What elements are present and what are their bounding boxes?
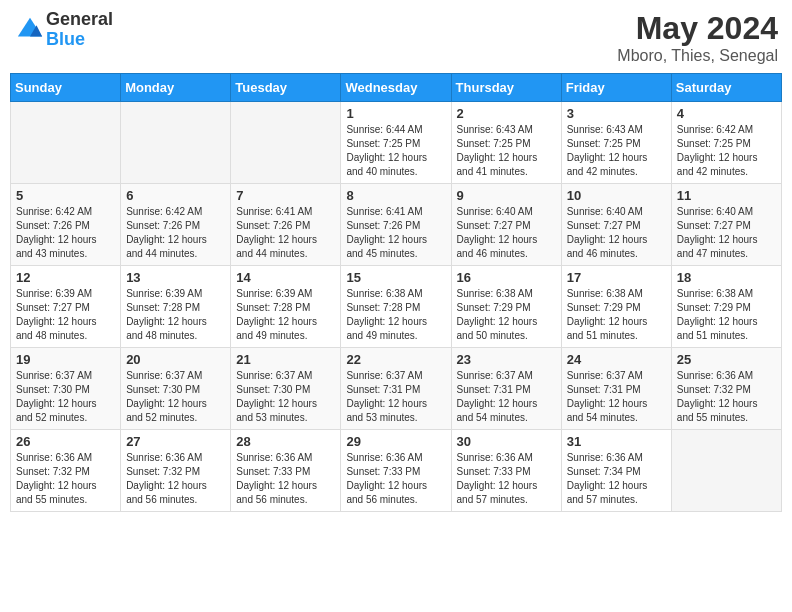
calendar-cell: 16Sunrise: 6:38 AM Sunset: 7:29 PM Dayli… <box>451 266 561 348</box>
day-info: Sunrise: 6:36 AM Sunset: 7:33 PM Dayligh… <box>346 451 445 507</box>
day-header-saturday: Saturday <box>671 74 781 102</box>
calendar-cell: 18Sunrise: 6:38 AM Sunset: 7:29 PM Dayli… <box>671 266 781 348</box>
day-number: 8 <box>346 188 445 203</box>
day-number: 27 <box>126 434 225 449</box>
day-info: Sunrise: 6:37 AM Sunset: 7:31 PM Dayligh… <box>567 369 666 425</box>
day-info: Sunrise: 6:36 AM Sunset: 7:34 PM Dayligh… <box>567 451 666 507</box>
day-number: 16 <box>457 270 556 285</box>
day-info: Sunrise: 6:36 AM Sunset: 7:32 PM Dayligh… <box>677 369 776 425</box>
day-info: Sunrise: 6:42 AM Sunset: 7:25 PM Dayligh… <box>677 123 776 179</box>
month-year-title: May 2024 <box>617 10 778 47</box>
calendar-cell: 27Sunrise: 6:36 AM Sunset: 7:32 PM Dayli… <box>121 430 231 512</box>
day-info: Sunrise: 6:43 AM Sunset: 7:25 PM Dayligh… <box>567 123 666 179</box>
day-number: 1 <box>346 106 445 121</box>
day-number: 9 <box>457 188 556 203</box>
day-info: Sunrise: 6:36 AM Sunset: 7:32 PM Dayligh… <box>126 451 225 507</box>
day-info: Sunrise: 6:36 AM Sunset: 7:32 PM Dayligh… <box>16 451 115 507</box>
day-number: 3 <box>567 106 666 121</box>
day-info: Sunrise: 6:38 AM Sunset: 7:29 PM Dayligh… <box>677 287 776 343</box>
calendar-cell: 30Sunrise: 6:36 AM Sunset: 7:33 PM Dayli… <box>451 430 561 512</box>
day-number: 7 <box>236 188 335 203</box>
day-number: 12 <box>16 270 115 285</box>
calendar-table: SundayMondayTuesdayWednesdayThursdayFrid… <box>10 73 782 512</box>
calendar-cell: 11Sunrise: 6:40 AM Sunset: 7:27 PM Dayli… <box>671 184 781 266</box>
calendar-header-row: SundayMondayTuesdayWednesdayThursdayFrid… <box>11 74 782 102</box>
calendar-cell: 8Sunrise: 6:41 AM Sunset: 7:26 PM Daylig… <box>341 184 451 266</box>
calendar-cell <box>231 102 341 184</box>
calendar-cell: 31Sunrise: 6:36 AM Sunset: 7:34 PM Dayli… <box>561 430 671 512</box>
day-info: Sunrise: 6:41 AM Sunset: 7:26 PM Dayligh… <box>236 205 335 261</box>
calendar-cell: 25Sunrise: 6:36 AM Sunset: 7:32 PM Dayli… <box>671 348 781 430</box>
calendar-cell: 5Sunrise: 6:42 AM Sunset: 7:26 PM Daylig… <box>11 184 121 266</box>
logo-general-text: General <box>46 10 113 30</box>
calendar-week-row: 1Sunrise: 6:44 AM Sunset: 7:25 PM Daylig… <box>11 102 782 184</box>
calendar-cell: 1Sunrise: 6:44 AM Sunset: 7:25 PM Daylig… <box>341 102 451 184</box>
day-info: Sunrise: 6:42 AM Sunset: 7:26 PM Dayligh… <box>126 205 225 261</box>
day-header-sunday: Sunday <box>11 74 121 102</box>
logo-icon <box>16 16 44 44</box>
calendar-cell: 9Sunrise: 6:40 AM Sunset: 7:27 PM Daylig… <box>451 184 561 266</box>
day-header-friday: Friday <box>561 74 671 102</box>
day-number: 6 <box>126 188 225 203</box>
day-number: 29 <box>346 434 445 449</box>
day-info: Sunrise: 6:41 AM Sunset: 7:26 PM Dayligh… <box>346 205 445 261</box>
day-number: 26 <box>16 434 115 449</box>
calendar-cell: 4Sunrise: 6:42 AM Sunset: 7:25 PM Daylig… <box>671 102 781 184</box>
day-info: Sunrise: 6:36 AM Sunset: 7:33 PM Dayligh… <box>236 451 335 507</box>
calendar-week-row: 26Sunrise: 6:36 AM Sunset: 7:32 PM Dayli… <box>11 430 782 512</box>
calendar-cell: 24Sunrise: 6:37 AM Sunset: 7:31 PM Dayli… <box>561 348 671 430</box>
calendar-cell: 22Sunrise: 6:37 AM Sunset: 7:31 PM Dayli… <box>341 348 451 430</box>
day-info: Sunrise: 6:37 AM Sunset: 7:31 PM Dayligh… <box>457 369 556 425</box>
day-info: Sunrise: 6:38 AM Sunset: 7:28 PM Dayligh… <box>346 287 445 343</box>
location-subtitle: Mboro, Thies, Senegal <box>617 47 778 65</box>
calendar-cell <box>11 102 121 184</box>
day-header-wednesday: Wednesday <box>341 74 451 102</box>
calendar-cell: 6Sunrise: 6:42 AM Sunset: 7:26 PM Daylig… <box>121 184 231 266</box>
calendar-cell: 14Sunrise: 6:39 AM Sunset: 7:28 PM Dayli… <box>231 266 341 348</box>
day-number: 14 <box>236 270 335 285</box>
day-header-tuesday: Tuesday <box>231 74 341 102</box>
title-block: May 2024 Mboro, Thies, Senegal <box>617 10 778 65</box>
day-number: 2 <box>457 106 556 121</box>
day-info: Sunrise: 6:39 AM Sunset: 7:28 PM Dayligh… <box>236 287 335 343</box>
logo-text: General Blue <box>46 10 113 50</box>
calendar-cell: 12Sunrise: 6:39 AM Sunset: 7:27 PM Dayli… <box>11 266 121 348</box>
day-number: 19 <box>16 352 115 367</box>
calendar-cell: 21Sunrise: 6:37 AM Sunset: 7:30 PM Dayli… <box>231 348 341 430</box>
day-info: Sunrise: 6:44 AM Sunset: 7:25 PM Dayligh… <box>346 123 445 179</box>
calendar-cell: 3Sunrise: 6:43 AM Sunset: 7:25 PM Daylig… <box>561 102 671 184</box>
day-info: Sunrise: 6:38 AM Sunset: 7:29 PM Dayligh… <box>567 287 666 343</box>
logo-blue-text: Blue <box>46 30 113 50</box>
calendar-cell: 15Sunrise: 6:38 AM Sunset: 7:28 PM Dayli… <box>341 266 451 348</box>
calendar-cell: 29Sunrise: 6:36 AM Sunset: 7:33 PM Dayli… <box>341 430 451 512</box>
calendar-cell: 28Sunrise: 6:36 AM Sunset: 7:33 PM Dayli… <box>231 430 341 512</box>
day-info: Sunrise: 6:40 AM Sunset: 7:27 PM Dayligh… <box>677 205 776 261</box>
calendar-cell: 19Sunrise: 6:37 AM Sunset: 7:30 PM Dayli… <box>11 348 121 430</box>
calendar-week-row: 5Sunrise: 6:42 AM Sunset: 7:26 PM Daylig… <box>11 184 782 266</box>
day-header-thursday: Thursday <box>451 74 561 102</box>
calendar-cell: 17Sunrise: 6:38 AM Sunset: 7:29 PM Dayli… <box>561 266 671 348</box>
day-number: 10 <box>567 188 666 203</box>
day-info: Sunrise: 6:37 AM Sunset: 7:31 PM Dayligh… <box>346 369 445 425</box>
day-number: 24 <box>567 352 666 367</box>
day-number: 17 <box>567 270 666 285</box>
calendar-week-row: 12Sunrise: 6:39 AM Sunset: 7:27 PM Dayli… <box>11 266 782 348</box>
day-number: 31 <box>567 434 666 449</box>
day-info: Sunrise: 6:39 AM Sunset: 7:27 PM Dayligh… <box>16 287 115 343</box>
page-header: General Blue May 2024 Mboro, Thies, Sene… <box>10 10 782 65</box>
calendar-cell: 10Sunrise: 6:40 AM Sunset: 7:27 PM Dayli… <box>561 184 671 266</box>
day-info: Sunrise: 6:39 AM Sunset: 7:28 PM Dayligh… <box>126 287 225 343</box>
day-number: 5 <box>16 188 115 203</box>
calendar-cell: 23Sunrise: 6:37 AM Sunset: 7:31 PM Dayli… <box>451 348 561 430</box>
day-info: Sunrise: 6:37 AM Sunset: 7:30 PM Dayligh… <box>236 369 335 425</box>
calendar-cell: 26Sunrise: 6:36 AM Sunset: 7:32 PM Dayli… <box>11 430 121 512</box>
calendar-cell: 7Sunrise: 6:41 AM Sunset: 7:26 PM Daylig… <box>231 184 341 266</box>
calendar-cell <box>671 430 781 512</box>
day-header-monday: Monday <box>121 74 231 102</box>
day-number: 15 <box>346 270 445 285</box>
day-number: 21 <box>236 352 335 367</box>
day-number: 20 <box>126 352 225 367</box>
day-number: 11 <box>677 188 776 203</box>
day-info: Sunrise: 6:42 AM Sunset: 7:26 PM Dayligh… <box>16 205 115 261</box>
day-info: Sunrise: 6:37 AM Sunset: 7:30 PM Dayligh… <box>126 369 225 425</box>
